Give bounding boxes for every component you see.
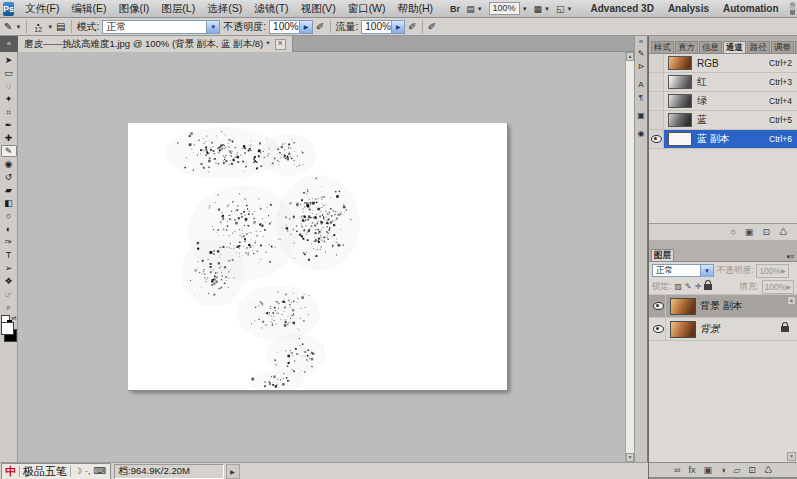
arrange-documents-icon[interactable]: ▦▼ <box>531 3 553 15</box>
gradient-tool[interactable]: ◧ <box>1 197 17 209</box>
document-tab[interactable]: 磨皮——挑战高难度1.jpg @ 100% (背景 副本, 蓝 副本/8) * … <box>18 36 293 52</box>
menu-filter[interactable]: 滤镜(T) <box>248 0 294 18</box>
scroll-up-icon[interactable]: ▲ <box>787 296 796 305</box>
visibility-toggle[interactable] <box>651 295 666 317</box>
load-selection-icon[interactable]: ○ <box>730 227 735 237</box>
move-tool[interactable]: ➤ <box>1 54 17 66</box>
adjustment-layer-icon[interactable]: ◑ <box>720 465 725 475</box>
lock-transparency-icon[interactable]: ▨ <box>674 282 682 291</box>
layer-opacity-field[interactable]: 100% ▶ <box>756 264 788 278</box>
layer-style-icon[interactable]: fx <box>688 465 695 475</box>
menu-view[interactable]: 视图(V) <box>295 0 342 18</box>
menu-help[interactable]: 帮助(H) <box>392 0 440 18</box>
airbrush-toggle-icon[interactable]: ✐ <box>408 21 416 32</box>
adjustments-panel-icon[interactable]: ◉ <box>635 127 647 140</box>
ime-keyboard-icon[interactable]: ⌨ <box>94 466 107 476</box>
ime-indicator-icon[interactable]: 中 <box>5 464 16 479</box>
layer-row-background[interactable]: 背景 <box>649 318 797 341</box>
tab-channels[interactable]: 通道 <box>723 41 746 53</box>
eyedropper-tool[interactable]: ✒ <box>1 119 17 131</box>
tab-info[interactable]: 信息 <box>699 41 722 53</box>
clone-source-panel-icon[interactable]: ⊳ <box>635 60 647 73</box>
layer-fill-field[interactable]: 100% ▶ <box>762 280 794 294</box>
visibility-toggle[interactable] <box>649 92 664 110</box>
flow-field[interactable]: 100% ▶ <box>361 20 405 34</box>
layer-row-background-copy[interactable]: 背景 副本 <box>649 295 797 318</box>
zoom-tool[interactable]: ⌕ <box>1 301 17 313</box>
blur-tool[interactable]: ○ <box>1 210 17 222</box>
close-tab-icon[interactable]: × <box>275 39 286 50</box>
delete-channel-icon[interactable]: ♺ <box>779 227 787 237</box>
channel-row-blue-copy[interactable]: 蓝 副本 Ctrl+6 <box>649 130 797 149</box>
menu-select[interactable]: 选择(S) <box>201 0 248 18</box>
menu-edit[interactable]: 编辑(E) <box>65 0 112 18</box>
paragraph-panel-icon[interactable]: ¶ <box>635 91 647 104</box>
workspace-analysis[interactable]: Analysis <box>661 3 716 14</box>
canvas-area[interactable] <box>18 52 625 462</box>
menu-layer[interactable]: 图层(L) <box>155 0 201 18</box>
spot-healing-brush-tool[interactable]: ✚ <box>1 132 17 144</box>
panel-menu-icon[interactable]: ▾≡ <box>786 253 797 261</box>
scroll-down-icon[interactable]: ▼ <box>787 452 796 461</box>
lock-pixels-icon[interactable]: ✎ <box>685 282 692 291</box>
visibility-toggle[interactable] <box>649 130 664 148</box>
channel-row-rgb[interactable]: RGB Ctrl+2 <box>649 54 797 73</box>
lock-all-icon[interactable] <box>704 284 712 290</box>
tool-preset-picker[interactable]: ✎ <box>4 21 12 32</box>
tab-styles[interactable]: 样式 <box>651 41 674 53</box>
menu-window[interactable]: 窗口(W) <box>342 0 392 18</box>
new-group-icon[interactable]: ▱ <box>733 465 740 475</box>
delete-layer-icon[interactable]: ♺ <box>764 465 772 475</box>
workspace-overflow-button[interactable]: » <box>790 2 796 15</box>
brush-preset-picker[interactable]: • 12 <box>32 22 44 32</box>
layer-blend-mode-select[interactable]: 正常 ▼ <box>652 264 714 277</box>
lasso-tool[interactable]: ◌ <box>1 80 17 92</box>
hand-tool[interactable]: ☞ <box>1 288 17 300</box>
visibility-toggle[interactable] <box>649 111 664 129</box>
ime-punctuation-icon[interactable]: ·, <box>85 466 91 476</box>
tablet-pressure-opacity-icon[interactable]: ✐ <box>316 21 324 32</box>
channel-row-blue[interactable]: 蓝 Ctrl+5 <box>649 111 797 130</box>
new-layer-icon[interactable]: ⊡ <box>748 465 756 475</box>
tab-layers[interactable]: 图层 <box>651 249 674 261</box>
type-tool[interactable]: T <box>1 249 17 261</box>
quick-selection-tool[interactable]: ✦ <box>1 93 17 105</box>
opacity-field[interactable]: 100% ▶ <box>269 20 313 34</box>
bridge-icon[interactable]: Br <box>447 3 463 15</box>
add-layer-mask-icon[interactable]: ▣ <box>703 465 712 475</box>
blend-mode-select[interactable]: 正常 ▼ <box>102 20 220 34</box>
channel-row-green[interactable]: 绿 Ctrl+4 <box>649 92 797 111</box>
visibility-toggle[interactable] <box>651 318 666 340</box>
scroll-up-icon[interactable]: ▲ <box>626 52 634 61</box>
history-brush-tool[interactable]: ↺ <box>1 171 17 183</box>
lock-position-icon[interactable]: ✛ <box>695 282 702 291</box>
tab-adjustments[interactable]: 调整 <box>771 41 794 53</box>
visibility-toggle[interactable] <box>649 54 664 72</box>
zoom-level-dropdown[interactable]: 100%▼ <box>486 1 531 16</box>
status-expand-icon[interactable]: ▶ <box>226 464 240 479</box>
canvas-vertical-scrollbar[interactable]: ▲ ▼ <box>625 52 634 462</box>
marquee-tool[interactable]: ▭ <box>1 67 17 79</box>
new-channel-icon[interactable]: ⊡ <box>762 227 770 237</box>
dodge-tool[interactable]: ◐ <box>1 223 17 235</box>
foreground-color-swatch[interactable] <box>1 322 14 335</box>
toggle-brush-panel-icon[interactable]: ▤ <box>56 21 65 32</box>
workspace-automation[interactable]: Automation <box>716 3 786 14</box>
clone-stamp-tool[interactable]: ◉ <box>1 158 17 170</box>
view-extras-icon[interactable]: ▤▼ <box>463 3 485 15</box>
brush-tool[interactable]: ✎ <box>1 145 17 157</box>
shape-tool[interactable]: ❖ <box>1 275 17 287</box>
scroll-down-icon[interactable]: ▼ <box>626 453 634 462</box>
expand-dock-icon[interactable]: « <box>639 37 643 47</box>
tablet-pressure-size-icon[interactable]: ✐ <box>428 21 436 32</box>
link-layers-icon[interactable]: ∞ <box>674 465 680 475</box>
brush-panel-icon[interactable]: ✎ <box>635 47 647 60</box>
swap-colors-icon[interactable]: ⇄ <box>11 314 16 321</box>
screen-mode-icon[interactable]: ◱▼ <box>553 3 575 15</box>
save-selection-as-channel-icon[interactable]: ▣ <box>745 227 754 237</box>
toolbox-collapse-button[interactable]: « <box>0 36 18 52</box>
character-panel-icon[interactable]: A <box>635 78 647 91</box>
masks-panel-icon[interactable]: ▣ <box>635 109 647 122</box>
menu-image[interactable]: 图像(I) <box>112 0 155 18</box>
pen-tool[interactable]: ✑ <box>1 236 17 248</box>
